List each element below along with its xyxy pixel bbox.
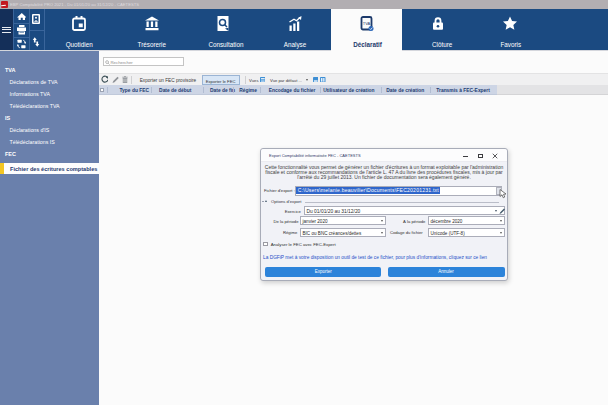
svg-text:TVA: TVA <box>362 21 370 26</box>
